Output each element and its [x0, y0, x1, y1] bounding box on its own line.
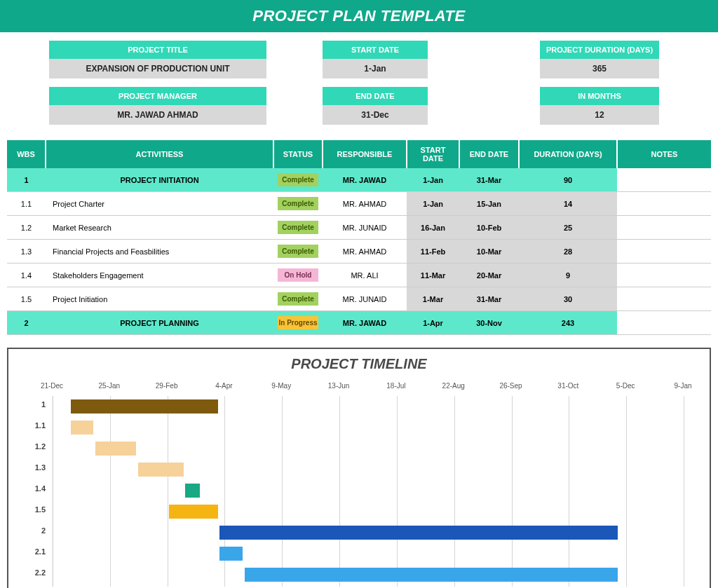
value-project-manager: MR. JAWAD AHMAD: [49, 105, 266, 125]
table-row: 1.2Market ResearchCompleteMR. JUNAID16-J…: [7, 216, 711, 240]
cell-status: On Hold: [273, 264, 323, 287]
axis-tick: 5-Dec: [616, 382, 635, 390]
gantt-row-label: 1.1: [25, 421, 46, 430]
cell-end-date: 10-Mar: [459, 240, 519, 264]
timeline-panel: PROJECT TIMELINE 21-Dec25-Jan29-Feb4-Apr…: [7, 348, 711, 588]
cell-duration: 9: [519, 264, 617, 287]
cell-responsible: MR. JAWAD: [323, 168, 407, 192]
cell-notes: [617, 240, 711, 264]
label-start-date: START DATE: [323, 41, 428, 59]
cell-responsible: MR. JUNAID: [323, 216, 407, 240]
table-row: 1PROJECT INITIATIONCompleteMR. JAWAD1-Ja…: [7, 168, 711, 192]
label-duration-days: PROJECT DURATION (DAYS): [540, 41, 659, 59]
cell-end-date: 10-Feb: [459, 216, 519, 240]
cell-responsible: MR. JAWAD: [323, 311, 407, 335]
cell-notes: [617, 216, 711, 240]
axis-tick: 29-Feb: [156, 382, 178, 390]
cell-wbs: 1: [7, 168, 46, 192]
cell-status: Complete: [273, 192, 323, 216]
cell-notes: [617, 168, 711, 192]
cell-responsible: MR. JUNAID: [323, 287, 407, 311]
value-in-months: 12: [540, 105, 659, 125]
label-project-title: PROJECT TITLE: [49, 41, 266, 59]
cell-status: Complete: [273, 168, 323, 192]
gantt-row: 1: [53, 396, 700, 417]
label-end-date: END DATE: [323, 87, 428, 105]
axis-tick: 21-Dec: [41, 382, 63, 390]
cell-duration: 90: [519, 168, 617, 192]
gantt-row-label: 1.4: [25, 484, 46, 493]
cell-duration: 243: [519, 311, 617, 335]
cell-status: Complete: [273, 216, 323, 240]
gantt-bar: [138, 463, 184, 477]
axis-tick: 25-Jan: [99, 382, 121, 390]
cell-start-date: 11-Mar: [407, 264, 459, 287]
label-project-manager: PROJECT MANAGER: [49, 87, 266, 105]
value-start-date: 1-Jan: [323, 59, 428, 78]
gantt-row-label: 2.2: [25, 568, 46, 577]
cell-start-date: 1-Apr: [407, 311, 459, 335]
cell-status: Complete: [273, 240, 323, 264]
cell-notes: [617, 264, 711, 287]
gantt-row: 1.1: [53, 417, 700, 438]
cell-status: In Progress: [273, 311, 323, 335]
axis-tick: 26-Sep: [499, 382, 522, 390]
col-status: STATUS: [273, 140, 323, 168]
cell-status: Complete: [273, 287, 323, 311]
gantt-bar: [185, 484, 200, 498]
table-row: 1.4Stakeholders EngagementOn HoldMR. ALI…: [7, 264, 711, 287]
value-end-date: 31-Dec: [323, 105, 428, 125]
gantt-bar: [245, 568, 618, 582]
cell-end-date: 30-Nov: [459, 311, 519, 335]
gantt-row-label: 1.5: [25, 505, 46, 514]
cell-activity: Stakeholders Engagement: [46, 264, 273, 287]
axis-tick: 13-Jun: [328, 382, 350, 390]
col-wbs: WBS: [7, 140, 46, 168]
timeline-title: PROJECT TIMELINE: [18, 356, 700, 372]
value-project-title: EXPANSION OF PRODUCTION UNIT: [49, 59, 266, 78]
table-row: 1.5Project InitiationCompleteMR. JUNAID1…: [7, 287, 711, 311]
table-row: 1.1Project CharterCompleteMR. AHMAD1-Jan…: [7, 192, 711, 216]
col-responsible: RESPONSIBLE: [323, 140, 407, 168]
axis-tick: 31-Oct: [557, 382, 578, 390]
cell-wbs: 1.1: [7, 192, 46, 216]
gantt-row: 1.5: [53, 501, 700, 522]
label-in-months: IN MONTHS: [540, 87, 659, 105]
gantt-row: 2.1: [53, 543, 700, 564]
cell-activity: PROJECT INITIATION: [46, 168, 273, 192]
cell-wbs: 1.2: [7, 216, 46, 240]
cell-responsible: MR. AHMAD: [323, 240, 407, 264]
cell-notes: [617, 287, 711, 311]
gantt-row: 1.2: [53, 438, 700, 459]
table-row: 1.3Financial Projects and FeasbilitiesCo…: [7, 240, 711, 264]
cell-wbs: 1.4: [7, 264, 46, 287]
cell-responsible: MR. ALI: [323, 264, 407, 287]
gantt-bar: [71, 421, 94, 435]
axis-tick: 9-Jan: [674, 382, 691, 390]
cell-duration: 25: [519, 216, 617, 240]
col-activities: ACTIVITIESS: [46, 140, 273, 168]
axis-tick: 18-Jul: [386, 382, 405, 390]
cell-start-date: 1-Jan: [407, 192, 459, 216]
gantt-bar: [169, 505, 218, 519]
cell-wbs: 1.5: [7, 287, 46, 311]
cell-start-date: 16-Jan: [407, 216, 459, 240]
axis-tick: 4-Apr: [215, 382, 232, 390]
gantt-row: 1.4: [53, 480, 700, 501]
cell-activity: PROJECT PLANNING: [46, 311, 273, 335]
axis-tick: 22-Aug: [442, 382, 465, 390]
cell-start-date: 1-Jan: [407, 168, 459, 192]
cell-wbs: 1.3: [7, 240, 46, 264]
page-title: PROJECT PLAN TEMPLATE: [0, 0, 718, 32]
gantt-row: 2.2: [53, 564, 700, 585]
gantt-row: 2: [53, 522, 700, 543]
col-duration: DURATION (DAYS): [519, 140, 617, 168]
cell-duration: 28: [519, 240, 617, 264]
cell-wbs: 2: [7, 311, 46, 335]
gantt-bar: [95, 442, 136, 456]
cell-activity: Market Research: [46, 216, 273, 240]
cell-duration: 30: [519, 287, 617, 311]
gantt-row-label: 1.2: [25, 442, 46, 451]
cell-start-date: 11-Feb: [407, 240, 459, 264]
cell-start-date: 1-Mar: [407, 287, 459, 311]
